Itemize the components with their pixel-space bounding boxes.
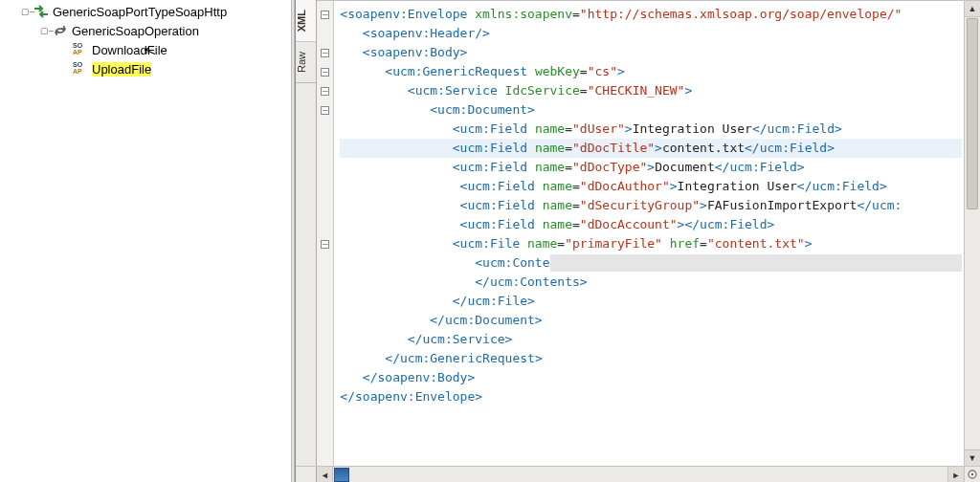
tree-collapse-icon[interactable]: ▢– [21,7,33,16]
tree-node-operation[interactable]: ▢– GenericSoapOperation [0,21,291,40]
soap-icon [73,61,88,77]
svg-point-1 [971,473,973,475]
status-gear-icon[interactable] [964,467,980,482]
tree-node-porttype[interactable]: ▢– GenericSoapPortTypeSoapHttp [0,2,291,21]
scroll-down-icon[interactable]: ▼ [965,449,980,466]
soap-icon [73,42,88,57]
scroll-right-icon[interactable]: ► [947,467,964,482]
tab-xml[interactable]: XML [296,0,316,42]
editor-side-tabs: XML Raw [296,0,317,466]
operation-icon [53,23,68,38]
scroll-left-icon[interactable]: ◄ [317,467,333,482]
tree-label: GenericSoapPortTypeSoapHttp [53,5,227,19]
horizontal-scrollbar[interactable]: ◄ ► [296,466,980,482]
scroll-up-icon[interactable]: ▲ [965,1,980,17]
field-duser: Integration User [633,121,752,136]
tree-label: GenericSoapOperation [72,24,199,38]
minimap-icon[interactable] [334,468,349,482]
field-ddocauthor: Integration User [678,179,797,193]
ns-url: "http://schemas.xmlsoap.org/soap/envelop… [580,7,902,21]
scroll-thumb[interactable] [967,18,978,209]
field-ddoctype: Document [655,160,715,174]
side-tab-filler [296,467,317,482]
idc-service: "CHECKIN_NEW" [588,83,685,98]
interface-icon [33,4,49,19]
field-ddoctitle: content.txt [662,141,745,155]
request-editor: XML Raw – – – – – – [295,0,980,482]
tab-raw[interactable]: Raw [296,42,316,83]
tree-collapse-icon[interactable]: ▢– [40,26,52,35]
field-dsecuritygroup: FAFusionImportExport [707,198,858,212]
tree-node-upload[interactable]: UploadFile [0,59,291,78]
webkey: "cs" [588,64,617,78]
tree-label: UploadFile [92,62,151,77]
xml-editor[interactable]: <soapenv:Envelope xmlns:soapenv="http://… [334,1,964,466]
vertical-scrollbar[interactable]: ▲ ▼ [964,1,980,466]
file-href: "content.txt" [707,236,805,251]
project-tree[interactable]: ▢– GenericSoapPortTypeSoapHttp ▢– Generi… [0,0,291,482]
fold-gutter[interactable]: – – – – – – [317,1,334,466]
